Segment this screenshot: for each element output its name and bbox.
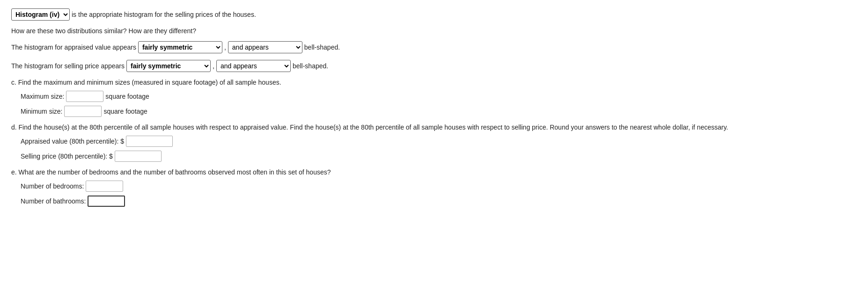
similarity-question: How are these two distributions similar?… xyxy=(11,27,857,35)
selling-percentile-row: Selling price (80th percentile): $ xyxy=(21,151,857,162)
part-e-label-row: e. What are the number of bedrooms and t… xyxy=(11,168,857,176)
bedrooms-label: Number of bedrooms: xyxy=(21,182,84,190)
selling-row: The histogram for selling price appears … xyxy=(11,60,857,72)
appraised-comma: , xyxy=(224,44,226,51)
min-size-row: Minimum size: square footage xyxy=(21,106,857,117)
part-d-label: d. Find the house(s) at the 80th percent… xyxy=(11,123,728,131)
appraised-suffix: bell-shaped. xyxy=(304,44,340,51)
appraised-row: The histogram for appraised value appear… xyxy=(11,41,857,53)
bathrooms-input[interactable] xyxy=(88,196,125,207)
min-size-label: Minimum size: xyxy=(21,108,62,115)
selling-percentile-input[interactable] xyxy=(115,151,162,162)
appraised-prefix: The histogram for appraised value appear… xyxy=(11,44,136,51)
max-size-label: Maximum size: xyxy=(21,93,64,100)
histogram-suffix-text: is the appropriate histogram for the sel… xyxy=(72,11,256,18)
min-size-input[interactable] xyxy=(64,106,102,117)
max-size-suffix: square footage xyxy=(105,93,149,100)
selling-prefix: The histogram for selling price appears xyxy=(11,62,125,70)
max-size-input[interactable] xyxy=(66,91,103,102)
part-e-label: e. What are the number of bedrooms and t… xyxy=(11,168,331,176)
bedrooms-row: Number of bedrooms: xyxy=(21,181,857,192)
appraised-percentile-input[interactable] xyxy=(126,136,173,147)
appraised-percentile-label: Appraised value (80th percentile): $ xyxy=(21,138,124,145)
similarity-text: How are these two distributions similar?… xyxy=(11,27,196,35)
histogram-selector-row: Histogram (i) Histogram (ii) Histogram (… xyxy=(11,8,857,21)
selling-appears-select[interactable]: and appears and does not appear xyxy=(216,60,291,72)
part-e-block: e. What are the number of bedrooms and t… xyxy=(11,168,857,207)
selling-percentile-label: Selling price (80th percentile): $ xyxy=(21,152,113,160)
bathrooms-row: Number of bathrooms: xyxy=(21,196,857,207)
part-c-label: c. Find the maximum and minimum sizes (m… xyxy=(11,79,281,86)
part-d-label-row: d. Find the house(s) at the 80th percent… xyxy=(11,123,857,131)
part-d-block: d. Find the house(s) at the 80th percent… xyxy=(11,123,857,162)
bathrooms-label: Number of bathrooms: xyxy=(21,197,86,205)
selling-comma: , xyxy=(213,62,214,70)
appraised-appears-select[interactable]: and appears and does not appear xyxy=(228,41,302,53)
part-c-block: c. Find the maximum and minimum sizes (m… xyxy=(11,79,857,117)
max-size-row: Maximum size: square footage xyxy=(21,91,857,102)
appraised-percentile-row: Appraised value (80th percentile): $ xyxy=(21,136,857,147)
selling-suffix: bell-shaped. xyxy=(293,62,328,70)
selling-symmetry-select[interactable]: fairly symmetric skewed left skewed righ… xyxy=(126,60,211,72)
appraised-symmetry-select[interactable]: fairly symmetric skewed left skewed righ… xyxy=(138,41,222,53)
part-c-label-row: c. Find the maximum and minimum sizes (m… xyxy=(11,79,857,86)
bedrooms-input[interactable] xyxy=(86,181,123,192)
histogram-select[interactable]: Histogram (i) Histogram (ii) Histogram (… xyxy=(11,8,70,21)
min-size-suffix: square footage xyxy=(103,108,147,115)
